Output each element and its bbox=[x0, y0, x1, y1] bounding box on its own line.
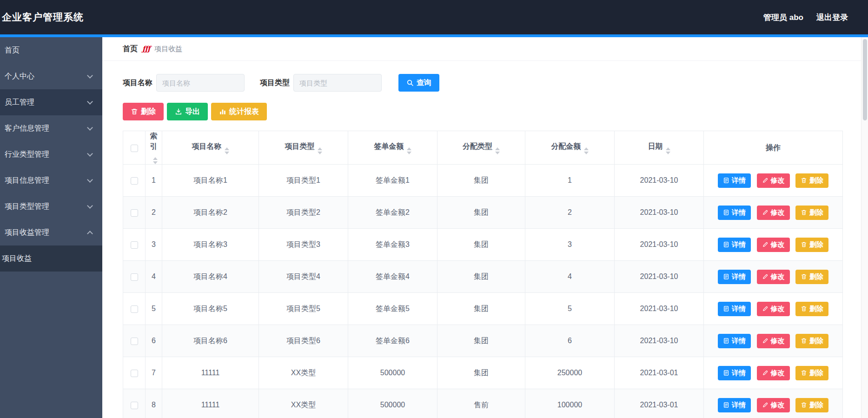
column-header-alloc-amount[interactable]: 分配金额 bbox=[525, 131, 615, 165]
delete-button-label: 删除 bbox=[141, 107, 156, 117]
cell-alloc-type: 集团 bbox=[437, 261, 525, 293]
pencil-icon bbox=[762, 338, 769, 344]
project-type-label: 项目类型 bbox=[260, 78, 290, 88]
row-delete-button-label: 删除 bbox=[809, 401, 823, 410]
breadcrumb-current: 项目收益 bbox=[154, 45, 182, 53]
topbar: 企业客户管理系统 管理员 abo 退出登录 bbox=[0, 0, 868, 34]
sidebar-item-3[interactable]: 客户信息管理 bbox=[0, 115, 102, 141]
row-delete-button[interactable]: 删除 bbox=[795, 398, 828, 412]
row-checkbox[interactable] bbox=[131, 402, 138, 409]
cell-sign-amount: 500000 bbox=[348, 389, 437, 418]
sidebar-item-label: 首页 bbox=[5, 46, 20, 55]
cell-sign-amount: 签单金额3 bbox=[348, 229, 437, 261]
row-delete-button[interactable]: 删除 bbox=[795, 270, 828, 284]
batch-delete-button[interactable]: 删除 bbox=[123, 103, 164, 120]
logout-link[interactable]: 退出登录 bbox=[816, 12, 848, 23]
chevron-down-icon bbox=[87, 203, 93, 209]
edit-button[interactable]: 修改 bbox=[757, 173, 790, 188]
detail-button[interactable]: 详情 bbox=[718, 173, 751, 188]
row-checkbox[interactable] bbox=[131, 241, 138, 249]
edit-button[interactable]: 修改 bbox=[757, 302, 790, 316]
project-type-input[interactable] bbox=[293, 74, 382, 92]
edit-button[interactable]: 修改 bbox=[757, 206, 790, 220]
row-checkbox[interactable] bbox=[131, 338, 138, 345]
admin-user-menu[interactable]: 管理员 abo bbox=[763, 12, 803, 23]
row-checkbox[interactable] bbox=[131, 273, 138, 281]
scrollbar[interactable] bbox=[861, 37, 868, 418]
detail-button[interactable]: 详情 bbox=[718, 302, 751, 316]
row-delete-button-label: 删除 bbox=[809, 305, 823, 313]
projects-table: 索引 项目名称 项目类型 签单金额 分配类型 分配金额 日期 操作 1 项目名称… bbox=[123, 131, 843, 418]
edit-button-label: 修改 bbox=[771, 208, 785, 217]
select-all-checkbox[interactable] bbox=[131, 145, 138, 152]
sort-icon bbox=[666, 147, 670, 154]
sidebar-item-7[interactable]: 项目收益管理 bbox=[0, 219, 102, 245]
cell-index: 1 bbox=[146, 165, 162, 197]
row-delete-button-label: 删除 bbox=[809, 337, 823, 345]
edit-button-label: 修改 bbox=[771, 401, 785, 410]
cell-alloc-type: 售前 bbox=[437, 389, 525, 418]
detail-button[interactable]: 详情 bbox=[718, 238, 751, 252]
cell-alloc-amount: 2 bbox=[525, 197, 615, 229]
cell-date: 2021-03-10 bbox=[615, 165, 704, 197]
cell-actions: 详情 修改 删除 bbox=[704, 165, 843, 197]
column-header-project-type[interactable]: 项目类型 bbox=[259, 131, 348, 165]
cell-alloc-type: 集团 bbox=[437, 229, 525, 261]
filter-bar: 项目名称 项目类型 查询 bbox=[123, 74, 868, 92]
column-header-alloc-type[interactable]: 分配类型 bbox=[437, 131, 525, 165]
chevron-down-icon bbox=[87, 177, 93, 183]
row-checkbox[interactable] bbox=[131, 305, 138, 313]
column-header-sign-amount[interactable]: 签单金额 bbox=[348, 131, 437, 165]
edit-button-label: 修改 bbox=[771, 337, 785, 345]
detail-button[interactable]: 详情 bbox=[718, 398, 751, 412]
edit-button[interactable]: 修改 bbox=[757, 334, 790, 348]
report-button[interactable]: 统计报表 bbox=[211, 103, 267, 120]
sidebar-item-0[interactable]: 首页 bbox=[0, 37, 102, 63]
detail-button[interactable]: 详情 bbox=[718, 206, 751, 220]
cell-alloc-type: 集团 bbox=[437, 325, 525, 357]
edit-button[interactable]: 修改 bbox=[757, 238, 790, 252]
sidebar-item-5[interactable]: 项目信息管理 bbox=[0, 167, 102, 193]
cell-date: 2021-03-10 bbox=[615, 261, 704, 293]
column-header-date[interactable]: 日期 bbox=[615, 131, 704, 165]
column-header-project-name[interactable]: 项目名称 bbox=[162, 131, 259, 165]
row-checkbox[interactable] bbox=[131, 209, 138, 217]
edit-button[interactable]: 修改 bbox=[757, 270, 790, 284]
sidebar-item-6[interactable]: 项目类型管理 bbox=[0, 193, 102, 219]
cell-actions: 详情 修改 删除 bbox=[704, 325, 843, 357]
sidebar-item-8[interactable]: 项目收益 bbox=[0, 245, 102, 272]
cell-actions: 详情 修改 删除 bbox=[704, 357, 843, 389]
sidebar-item-label: 项目类型管理 bbox=[5, 202, 49, 212]
export-button[interactable]: 导出 bbox=[167, 103, 208, 120]
sidebar-item-1[interactable]: 个人中心 bbox=[0, 63, 102, 89]
column-header-index[interactable]: 索引 bbox=[146, 131, 162, 165]
cell-alloc-type: 集团 bbox=[437, 197, 525, 229]
cell-index: 2 bbox=[146, 197, 162, 229]
row-delete-button[interactable]: 删除 bbox=[795, 302, 828, 316]
scrollbar-thumb[interactable] bbox=[863, 39, 867, 120]
row-checkbox[interactable] bbox=[131, 177, 138, 185]
detail-button[interactable]: 详情 bbox=[718, 270, 751, 284]
cell-project-type: 项目类型3 bbox=[259, 229, 348, 261]
pencil-icon bbox=[762, 273, 769, 280]
breadcrumb-home[interactable]: 首页 bbox=[123, 44, 138, 54]
sidebar-item-2[interactable]: 员工管理 bbox=[0, 89, 102, 115]
detail-button[interactable]: 详情 bbox=[718, 334, 751, 348]
cell-project-name: 项目名称2 bbox=[162, 197, 259, 229]
row-delete-button[interactable]: 删除 bbox=[795, 206, 828, 220]
sidebar-item-4[interactable]: 行业类型管理 bbox=[0, 141, 102, 167]
query-button[interactable]: 查询 bbox=[398, 74, 439, 92]
project-name-input[interactable] bbox=[156, 74, 245, 92]
detail-button[interactable]: 详情 bbox=[718, 366, 751, 380]
row-checkbox[interactable] bbox=[131, 370, 138, 377]
sort-icon bbox=[225, 147, 229, 154]
cell-project-type: 项目类型5 bbox=[259, 293, 348, 325]
edit-button[interactable]: 修改 bbox=[757, 398, 790, 412]
cell-date: 2021-03-01 bbox=[615, 357, 704, 389]
edit-button[interactable]: 修改 bbox=[757, 366, 790, 380]
sidebar-item-label: 项目收益管理 bbox=[5, 228, 49, 238]
row-delete-button[interactable]: 删除 bbox=[795, 334, 828, 348]
row-delete-button[interactable]: 删除 bbox=[795, 366, 828, 380]
row-delete-button[interactable]: 删除 bbox=[795, 238, 828, 252]
row-delete-button[interactable]: 删除 bbox=[795, 173, 828, 188]
